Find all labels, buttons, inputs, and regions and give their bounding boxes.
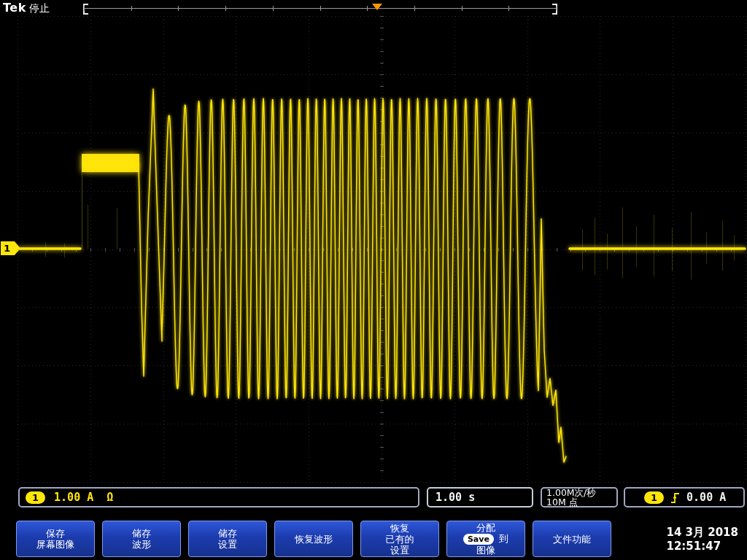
trigger-source-badge: 1 [644,491,664,504]
menu-button-5[interactable]: 恢复已有的设置 [360,521,439,557]
menu-button-1[interactable]: 保存屏幕图像 [16,521,95,557]
record-tick [556,6,557,11]
menu-button-label: 储存 [132,528,151,539]
timebase-value: 1.00 s [436,491,475,504]
record-tick [131,6,132,11]
record-view-bar [84,2,557,14]
acquisition-readout: 1.00M次/秒 10M 点 [541,487,618,508]
menu-button-label: Save 到 [463,533,508,545]
status-bar: 1 1.00 A Ω 1.00 s 1.00M次/秒 10M 点 1 0.00 … [0,486,747,512]
record-tick [273,6,274,11]
softkey-menu: 保存屏幕图像储存波形储存设置恢复波形恢复已有的设置分配Save 到图像文件功能 [16,521,611,557]
record-tick [225,6,226,11]
menu-button-label: 文件功能 [553,534,591,545]
menu-button-2[interactable]: 储存波形 [102,521,181,557]
menu-button-4[interactable]: 恢复波形 [274,521,353,557]
menu-button-7[interactable]: 文件功能 [533,521,611,557]
datetime: 14 3月 2018 12:51:47 [666,526,738,553]
menu-button-6[interactable]: 分配Save 到图像 [446,521,525,557]
trigger-level-value: 0.00 A [686,491,726,504]
acquisition-status: 停止 [29,2,50,15]
trigger-position-marker-icon [372,4,382,10]
menu-button-label: 分配 [476,522,495,533]
record-tick [462,6,462,11]
menu-button-label: 恢复波形 [295,534,333,545]
save-badge: Save [463,534,494,545]
ch1-scale-value: 1.00 A [54,491,93,504]
oscilloscope-screen: Tek 停止 1 1 1.00 A Ω 1.00 s 1.00M次/秒 10M … [0,0,747,560]
tek-logo: Tek [3,1,26,15]
timebase-readout: 1.00 s [427,487,533,508]
record-tick [367,6,368,11]
record-tick [414,6,415,11]
menu-button-label: 屏幕图像 [36,539,74,550]
waveform-display [0,0,747,560]
menu-button-label: 设置 [390,545,409,556]
menu-button-label: 储存 [218,528,237,539]
menu-button-label: 设置 [218,539,237,550]
menu-button-label: 图像 [476,545,495,556]
top-bar: Tek 停止 [0,0,747,16]
trigger-readout: 1 0.00 A [624,487,745,508]
menu-button-label: 恢复 [390,523,409,534]
menu-button-label: 已有的 [386,534,414,545]
date-value: 14 3月 2018 [666,526,738,540]
menu-button-label: 波形 [132,539,151,550]
menu-row: 保存屏幕图像储存波形储存设置恢复波形恢复已有的设置分配Save 到图像文件功能 … [0,518,747,560]
rising-edge-icon [670,491,680,504]
time-value: 12:51:47 [666,540,738,553]
menu-button-3[interactable]: 储存设置 [188,521,267,557]
record-length-value: 10M 点 [546,497,578,507]
menu-button-label: 保存 [46,528,65,539]
record-tick [508,6,509,11]
record-tick [320,6,321,11]
record-tick [84,6,85,11]
record-tick [178,6,179,11]
ch1-badge: 1 [26,491,45,504]
ch1-coupling-value: Ω [107,491,113,504]
ch1-readout: 1 1.00 A Ω [18,487,419,508]
channel1-ground-label: 1 [4,243,10,254]
